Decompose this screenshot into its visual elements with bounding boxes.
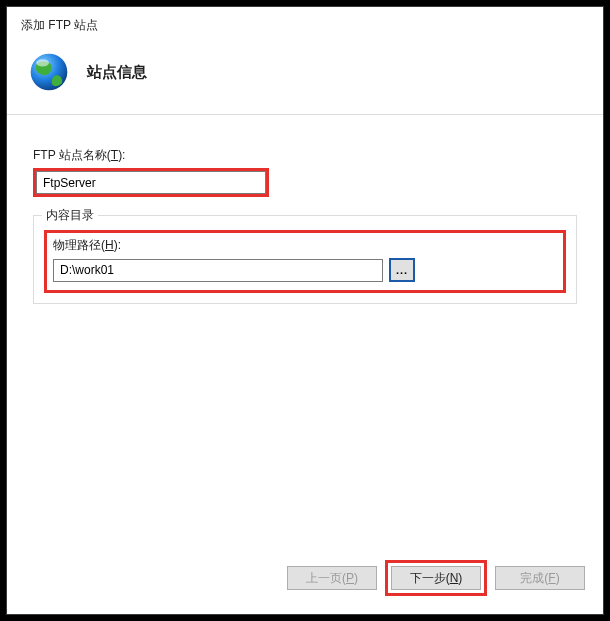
site-name-label-prefix: FTP 站点名称( xyxy=(33,148,111,162)
finish-button: 完成(F) xyxy=(495,566,585,590)
page-title: 站点信息 xyxy=(87,63,147,82)
physical-path-hotkey: H xyxy=(105,238,114,252)
site-name-label: FTP 站点名称(T): xyxy=(33,147,577,164)
site-name-input[interactable] xyxy=(36,171,266,194)
window-title: 添加 FTP 站点 xyxy=(7,7,603,42)
site-name-label-suffix: ): xyxy=(118,148,125,162)
next-button[interactable]: 下一步(N) xyxy=(391,566,481,590)
dialog-window: 添加 FTP 站点 站点信息 xyxy=(6,6,604,615)
physical-path-label: 物理路径(H): xyxy=(53,237,557,254)
footer: 上一页(P) 下一步(N) 完成(F) xyxy=(7,548,603,614)
content-directory-group: 内容目录 物理路径(H): ... xyxy=(33,215,577,304)
physical-path-label-prefix: 物理路径( xyxy=(53,238,105,252)
prev-button: 上一页(P) xyxy=(287,566,377,590)
svg-point-1 xyxy=(36,59,49,66)
physical-path-row: ... xyxy=(53,258,557,282)
physical-path-highlight: 物理路径(H): ... xyxy=(44,230,566,293)
next-button-highlight: 下一步(N) xyxy=(385,560,487,596)
content: FTP 站点名称(T): 内容目录 物理路径(H): ... xyxy=(7,115,603,548)
globe-icon xyxy=(27,50,71,94)
header: 站点信息 xyxy=(7,42,603,115)
content-directory-group-title: 内容目录 xyxy=(42,207,98,224)
physical-path-input[interactable] xyxy=(53,259,383,282)
dialog-body: 添加 FTP 站点 站点信息 xyxy=(7,7,603,614)
browse-button[interactable]: ... xyxy=(389,258,415,282)
physical-path-label-suffix: ): xyxy=(114,238,121,252)
site-name-highlight xyxy=(33,168,269,197)
site-name-field-row: FTP 站点名称(T): xyxy=(33,147,577,197)
